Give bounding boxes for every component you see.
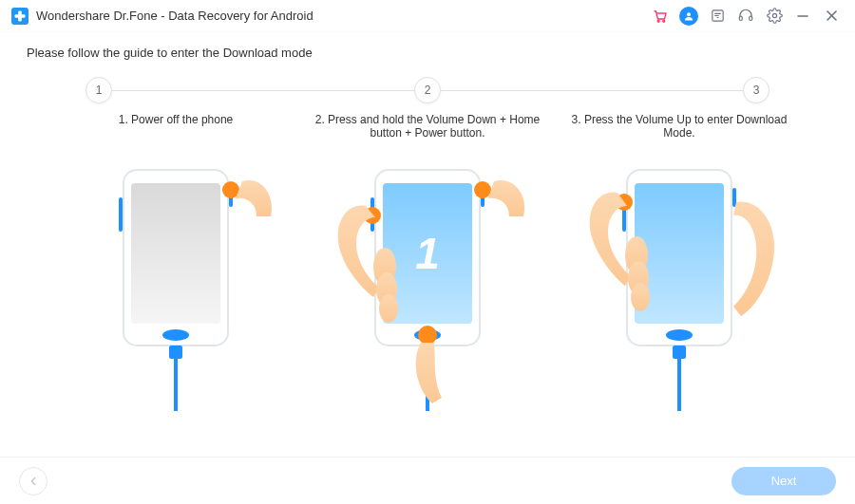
account-icon[interactable] bbox=[676, 4, 701, 28]
step-3-illustration bbox=[570, 164, 788, 415]
next-button[interactable]: Next bbox=[732, 467, 836, 495]
svg-point-5 bbox=[687, 12, 691, 16]
svg-rect-40 bbox=[673, 345, 686, 359]
step-line bbox=[441, 90, 743, 91]
step-indicator: 1 2 3 bbox=[86, 77, 770, 103]
svg-point-9 bbox=[772, 13, 776, 17]
svg-point-29 bbox=[474, 181, 491, 198]
feedback-icon[interactable] bbox=[705, 4, 730, 28]
svg-point-39 bbox=[666, 329, 693, 341]
svg-rect-2 bbox=[15, 14, 26, 18]
step-2: 2. Press and hold the Volume Down + Home… bbox=[309, 109, 546, 415]
svg-rect-41 bbox=[677, 359, 681, 411]
svg-rect-8 bbox=[750, 16, 752, 21]
step-indicator-2: 2 bbox=[414, 77, 441, 103]
svg-point-34 bbox=[418, 326, 437, 345]
svg-rect-36 bbox=[732, 188, 736, 207]
svg-rect-7 bbox=[739, 16, 742, 21]
cart-icon[interactable] bbox=[648, 4, 673, 28]
support-icon[interactable] bbox=[733, 4, 758, 28]
minimize-button[interactable] bbox=[790, 4, 815, 28]
svg-point-4 bbox=[663, 20, 665, 22]
svg-rect-13 bbox=[119, 197, 123, 232]
step-1-illustration bbox=[76, 164, 276, 415]
back-button[interactable] bbox=[19, 467, 48, 495]
svg-rect-16 bbox=[131, 183, 220, 324]
window-title: Wondershare Dr.Fone - Data Recovery for … bbox=[36, 9, 314, 23]
settings-icon[interactable] bbox=[762, 4, 787, 28]
step-indicator-1: 1 bbox=[86, 77, 112, 103]
titlebar: Wondershare Dr.Fone - Data Recovery for … bbox=[0, 0, 855, 32]
step-indicator-3: 3 bbox=[743, 77, 770, 103]
step-2-illustration: 1 bbox=[318, 164, 537, 415]
step-1: 1. Power off the phone bbox=[57, 109, 294, 415]
content-area: Please follow the guide to enter the Dow… bbox=[0, 32, 855, 457]
svg-point-45 bbox=[631, 283, 650, 311]
svg-text:1: 1 bbox=[415, 229, 440, 278]
step-3: 3. Press the Volume Up to enter Download… bbox=[560, 109, 798, 415]
step-2-text: 2. Press and hold the Volume Down + Home… bbox=[309, 113, 546, 159]
footer: Next bbox=[0, 457, 855, 504]
svg-point-33 bbox=[379, 294, 398, 323]
svg-point-17 bbox=[162, 329, 189, 341]
svg-point-3 bbox=[657, 20, 659, 22]
svg-rect-18 bbox=[169, 345, 182, 359]
step-1-text: 1. Power off the phone bbox=[113, 113, 239, 159]
app-logo-icon bbox=[11, 8, 28, 25]
steps-row: 1. Power off the phone bbox=[57, 109, 798, 415]
guide-prompt: Please follow the guide to enter the Dow… bbox=[27, 46, 834, 60]
step-3-text: 3. Press the Volume Up to enter Download… bbox=[560, 113, 798, 159]
close-button[interactable] bbox=[819, 4, 844, 28]
svg-rect-19 bbox=[174, 359, 178, 411]
step-line bbox=[112, 90, 414, 91]
